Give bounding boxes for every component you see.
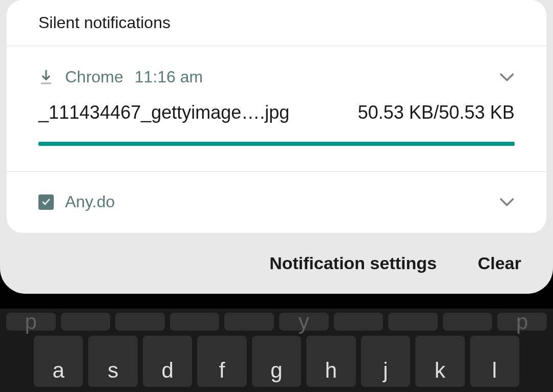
chevron-down-icon[interactable] xyxy=(499,70,515,85)
checkbox-icon xyxy=(38,194,54,210)
app-name: Any.do xyxy=(65,192,115,211)
app-name: Chrome xyxy=(65,68,123,86)
key[interactable] xyxy=(61,313,111,331)
keyboard-row-partial: p y p xyxy=(6,309,547,331)
notification-header: Any.do xyxy=(7,172,546,233)
notification-settings-button[interactable]: Notification settings xyxy=(269,253,437,273)
key-g[interactable]: g xyxy=(252,336,301,387)
notification-content: _111434467_gettyimage….jpg 50.53 KB/50.5… xyxy=(7,86,546,123)
action-bar: Notification settings Clear xyxy=(0,233,553,294)
download-icon xyxy=(38,70,54,85)
notification-chrome-download[interactable]: Chrome 11:16 am _111434467_gettyimage….j… xyxy=(7,46,546,172)
keyboard-row: a s d f g h j k l xyxy=(6,336,547,387)
key[interactable]: p xyxy=(6,313,56,331)
key-j[interactable]: j xyxy=(361,336,410,387)
key[interactable] xyxy=(443,313,493,331)
download-filesize: 50.53 KB/50.53 KB xyxy=(358,102,515,123)
section-header: Silent notifications xyxy=(7,0,546,46)
notification-anydo[interactable]: Any.do xyxy=(7,172,546,233)
key[interactable]: y xyxy=(279,313,329,331)
timestamp: 11:16 am xyxy=(135,68,203,86)
key-k[interactable]: k xyxy=(415,336,464,387)
notification-header: Chrome 11:16 am xyxy=(7,46,546,86)
download-progress-bar xyxy=(38,142,515,146)
clear-button[interactable]: Clear xyxy=(478,253,521,273)
keyboard: p y p a s d f g h j k l xyxy=(0,309,553,392)
key-d[interactable]: d xyxy=(143,336,192,387)
key-h[interactable]: h xyxy=(306,336,355,387)
notification-panel: Silent notifications Chrome 11:16 am _11… xyxy=(0,0,553,294)
key-l[interactable]: l xyxy=(470,336,519,387)
key[interactable] xyxy=(224,313,274,331)
chevron-down-icon[interactable] xyxy=(499,194,515,210)
key[interactable] xyxy=(334,313,384,331)
key[interactable]: p xyxy=(497,313,547,331)
key[interactable] xyxy=(115,313,165,331)
key-f[interactable]: f xyxy=(197,336,246,387)
key[interactable] xyxy=(170,313,220,331)
key-a[interactable]: a xyxy=(34,336,83,387)
section-header-title: Silent notifications xyxy=(38,13,171,32)
key[interactable] xyxy=(388,313,438,331)
key-s[interactable]: s xyxy=(88,336,137,387)
download-filename: _111434467_gettyimage….jpg xyxy=(38,102,289,123)
